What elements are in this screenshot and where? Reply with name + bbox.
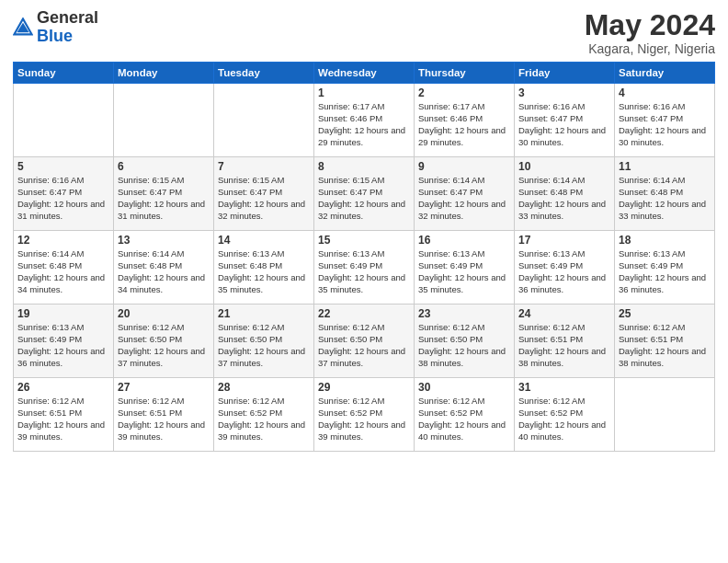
logo-blue-text: Blue	[37, 27, 73, 45]
table-row	[214, 84, 314, 157]
table-row: 24Sunrise: 6:12 AM Sunset: 6:51 PM Dayli…	[515, 304, 615, 378]
day-info: Sunrise: 6:15 AM Sunset: 6:47 PM Dayligh…	[218, 175, 310, 222]
day-info: Sunrise: 6:12 AM Sunset: 6:52 PM Dayligh…	[218, 396, 310, 442]
day-info: Sunrise: 6:12 AM Sunset: 6:51 PM Dayligh…	[518, 322, 610, 369]
calendar-table: Sunday Monday Tuesday Wednesday Thursday…	[13, 62, 715, 452]
table-row: 13Sunrise: 6:14 AM Sunset: 6:48 PM Dayli…	[114, 231, 214, 304]
calendar-header-row: Sunday Monday Tuesday Wednesday Thursday…	[14, 63, 715, 84]
table-row: 22Sunrise: 6:12 AM Sunset: 6:50 PM Dayli…	[314, 304, 415, 378]
day-number: 11	[619, 160, 711, 173]
table-row: 25Sunrise: 6:12 AM Sunset: 6:51 PM Dayli…	[615, 304, 715, 378]
table-row: 30Sunrise: 6:12 AM Sunset: 6:52 PM Dayli…	[415, 378, 515, 452]
day-number: 15	[318, 234, 410, 247]
day-number: 4	[619, 86, 711, 99]
day-info: Sunrise: 6:13 AM Sunset: 6:49 PM Dayligh…	[318, 248, 410, 295]
page: General Blue May 2024 Kagara, Niger, Nig…	[0, 0, 728, 563]
table-row: 17Sunrise: 6:13 AM Sunset: 6:49 PM Dayli…	[515, 231, 615, 304]
table-row: 10Sunrise: 6:14 AM Sunset: 6:48 PM Dayli…	[515, 157, 615, 231]
table-row: 8Sunrise: 6:15 AM Sunset: 6:47 PM Daylig…	[314, 157, 415, 231]
day-number: 9	[418, 160, 510, 173]
day-number: 1	[318, 86, 410, 99]
table-row: 23Sunrise: 6:12 AM Sunset: 6:50 PM Dayli…	[415, 304, 515, 378]
day-info: Sunrise: 6:12 AM Sunset: 6:51 PM Dayligh…	[619, 322, 711, 369]
table-row: 3Sunrise: 6:16 AM Sunset: 6:47 PM Daylig…	[515, 84, 615, 157]
week-row-3: 19Sunrise: 6:13 AM Sunset: 6:49 PM Dayli…	[14, 304, 715, 378]
col-saturday: Saturday	[615, 63, 715, 84]
day-info: Sunrise: 6:12 AM Sunset: 6:52 PM Dayligh…	[418, 396, 510, 442]
table-row: 26Sunrise: 6:12 AM Sunset: 6:51 PM Dayli…	[14, 378, 114, 452]
day-info: Sunrise: 6:12 AM Sunset: 6:50 PM Dayligh…	[118, 322, 210, 369]
day-info: Sunrise: 6:14 AM Sunset: 6:48 PM Dayligh…	[518, 175, 610, 222]
day-info: Sunrise: 6:12 AM Sunset: 6:50 PM Dayligh…	[418, 322, 510, 369]
table-row: 21Sunrise: 6:12 AM Sunset: 6:50 PM Dayli…	[214, 304, 314, 378]
logo-icon	[13, 17, 33, 38]
day-info: Sunrise: 6:13 AM Sunset: 6:49 PM Dayligh…	[518, 248, 610, 295]
day-number: 2	[418, 86, 510, 99]
day-number: 8	[318, 160, 410, 173]
day-number: 30	[418, 381, 510, 394]
day-number: 23	[418, 307, 510, 320]
table-row: 6Sunrise: 6:15 AM Sunset: 6:47 PM Daylig…	[114, 157, 214, 231]
day-info: Sunrise: 6:12 AM Sunset: 6:50 PM Dayligh…	[218, 322, 310, 369]
table-row	[14, 84, 114, 157]
day-info: Sunrise: 6:12 AM Sunset: 6:51 PM Dayligh…	[17, 396, 109, 442]
day-number: 16	[418, 234, 510, 247]
week-row-4: 26Sunrise: 6:12 AM Sunset: 6:51 PM Dayli…	[14, 378, 715, 452]
day-info: Sunrise: 6:17 AM Sunset: 6:46 PM Dayligh…	[418, 101, 510, 148]
day-info: Sunrise: 6:13 AM Sunset: 6:49 PM Dayligh…	[17, 322, 109, 369]
table-row: 11Sunrise: 6:14 AM Sunset: 6:48 PM Dayli…	[615, 157, 715, 231]
day-number: 19	[17, 307, 109, 320]
day-info: Sunrise: 6:15 AM Sunset: 6:47 PM Dayligh…	[118, 175, 210, 222]
table-row: 9Sunrise: 6:14 AM Sunset: 6:47 PM Daylig…	[415, 157, 515, 231]
col-wednesday: Wednesday	[314, 63, 415, 84]
day-number: 27	[118, 381, 210, 394]
day-info: Sunrise: 6:13 AM Sunset: 6:49 PM Dayligh…	[418, 248, 510, 295]
day-number: 26	[17, 381, 109, 394]
day-number: 14	[218, 234, 310, 247]
day-info: Sunrise: 6:15 AM Sunset: 6:47 PM Dayligh…	[318, 175, 410, 222]
day-info: Sunrise: 6:14 AM Sunset: 6:48 PM Dayligh…	[619, 175, 711, 222]
col-friday: Friday	[515, 63, 615, 84]
day-number: 17	[518, 234, 610, 247]
day-number: 29	[318, 381, 410, 394]
day-info: Sunrise: 6:16 AM Sunset: 6:47 PM Dayligh…	[17, 175, 109, 222]
day-info: Sunrise: 6:12 AM Sunset: 6:52 PM Dayligh…	[318, 396, 410, 442]
table-row: 28Sunrise: 6:12 AM Sunset: 6:52 PM Dayli…	[214, 378, 314, 452]
table-row: 20Sunrise: 6:12 AM Sunset: 6:50 PM Dayli…	[114, 304, 214, 378]
day-info: Sunrise: 6:16 AM Sunset: 6:47 PM Dayligh…	[619, 101, 711, 148]
week-row-1: 5Sunrise: 6:16 AM Sunset: 6:47 PM Daylig…	[14, 157, 715, 231]
logo: General Blue	[13, 9, 98, 46]
table-row: 12Sunrise: 6:14 AM Sunset: 6:48 PM Dayli…	[14, 231, 114, 304]
table-row: 19Sunrise: 6:13 AM Sunset: 6:49 PM Dayli…	[14, 304, 114, 378]
table-row: 29Sunrise: 6:12 AM Sunset: 6:52 PM Dayli…	[314, 378, 415, 452]
col-sunday: Sunday	[14, 63, 114, 84]
table-row: 15Sunrise: 6:13 AM Sunset: 6:49 PM Dayli…	[314, 231, 415, 304]
day-info: Sunrise: 6:14 AM Sunset: 6:47 PM Dayligh…	[418, 175, 510, 222]
table-row: 5Sunrise: 6:16 AM Sunset: 6:47 PM Daylig…	[14, 157, 114, 231]
day-number: 6	[118, 160, 210, 173]
day-number: 28	[218, 381, 310, 394]
day-number: 31	[518, 381, 610, 394]
title-block: May 2024 Kagara, Niger, Nigeria	[585, 9, 715, 56]
day-info: Sunrise: 6:12 AM Sunset: 6:50 PM Dayligh…	[318, 322, 410, 369]
table-row: 18Sunrise: 6:13 AM Sunset: 6:49 PM Dayli…	[615, 231, 715, 304]
col-thursday: Thursday	[415, 63, 515, 84]
day-number: 22	[318, 307, 410, 320]
table-row: 16Sunrise: 6:13 AM Sunset: 6:49 PM Dayli…	[415, 231, 515, 304]
day-info: Sunrise: 6:17 AM Sunset: 6:46 PM Dayligh…	[318, 101, 410, 148]
table-row: 27Sunrise: 6:12 AM Sunset: 6:51 PM Dayli…	[114, 378, 214, 452]
logo-general-text: General	[37, 8, 98, 27]
week-row-2: 12Sunrise: 6:14 AM Sunset: 6:48 PM Dayli…	[14, 231, 715, 304]
day-number: 13	[118, 234, 210, 247]
day-number: 21	[218, 307, 310, 320]
day-number: 5	[17, 160, 109, 173]
day-info: Sunrise: 6:12 AM Sunset: 6:51 PM Dayligh…	[118, 396, 210, 442]
day-number: 25	[619, 307, 711, 320]
table-row: 14Sunrise: 6:13 AM Sunset: 6:48 PM Dayli…	[214, 231, 314, 304]
calendar-location: Kagara, Niger, Nigeria	[585, 41, 715, 56]
day-number: 7	[218, 160, 310, 173]
day-number: 10	[518, 160, 610, 173]
day-info: Sunrise: 6:13 AM Sunset: 6:48 PM Dayligh…	[218, 248, 310, 295]
day-number: 20	[118, 307, 210, 320]
day-info: Sunrise: 6:12 AM Sunset: 6:52 PM Dayligh…	[518, 396, 610, 442]
